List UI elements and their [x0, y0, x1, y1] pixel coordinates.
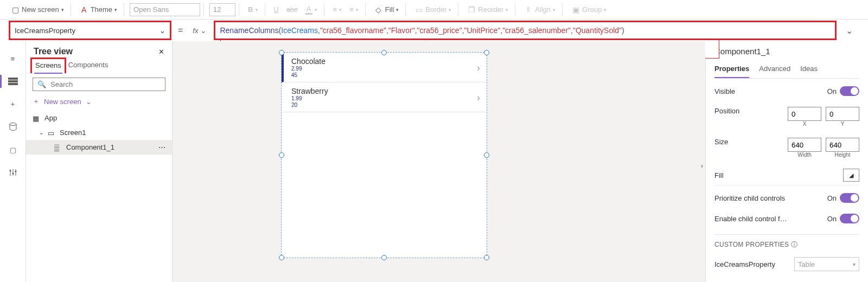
rail-media[interactable]: ▢ — [8, 144, 18, 155]
reorder-button[interactable]: ❐ Reorder▾ — [464, 4, 512, 16]
list-item[interactable]: Strawberry 1.99 20 › — [282, 82, 487, 112]
canvas-chevron-right[interactable]: › — [701, 162, 703, 170]
group-button[interactable]: ▣ Group▾ — [568, 4, 610, 16]
more-icon[interactable]: ⋯ — [158, 143, 165, 151]
rail-insert[interactable]: ＋ — [8, 99, 18, 110]
close-icon[interactable]: ✕ — [158, 48, 164, 56]
properties-panel: Component1_1 Properties Advanced Ideas V… — [705, 41, 868, 282]
tree-view-panel: Tree view ✕ Screens Components 🔍 ＋ New s… — [26, 41, 173, 282]
equals-sign: = — [176, 25, 185, 35]
chevron-down-icon: ⌄ — [39, 130, 43, 136]
svg-point-9 — [15, 171, 16, 172]
price-label: 1.99 — [291, 95, 328, 102]
tab-screens[interactable]: Screens — [30, 57, 66, 73]
tree-search[interactable]: 🔍 — [33, 78, 165, 91]
border-icon: ▭ — [414, 5, 423, 14]
tree-item-screen1[interactable]: ⌄ ▭ Screen1 — [26, 125, 172, 140]
flavor-label: Chocolate — [291, 57, 326, 66]
new-screen-button[interactable]: ▢ New screen▾ — [8, 4, 67, 16]
qty-label: 20 — [291, 102, 328, 108]
text-align-button[interactable]: ≡▾ — [330, 4, 346, 15]
search-input[interactable] — [50, 80, 161, 88]
resize-handle[interactable] — [484, 152, 489, 158]
resize-handle[interactable] — [484, 255, 489, 260]
plus-icon: ＋ — [33, 97, 40, 106]
vertical-align-button[interactable]: ≡▾ — [346, 4, 362, 15]
tab-advanced[interactable]: Advanced — [759, 62, 790, 78]
bold-button[interactable]: B▾ — [245, 4, 261, 15]
resize-handle[interactable] — [279, 152, 284, 158]
font-color-button[interactable]: A▾ — [302, 3, 321, 16]
fx-button[interactable]: fx⌄ — [189, 27, 209, 35]
app-icon: ▦ — [33, 114, 40, 122]
font-size-input[interactable] — [209, 3, 235, 16]
rail-data[interactable] — [8, 121, 18, 132]
position-x-input[interactable] — [788, 107, 821, 121]
rail-settings[interactable] — [8, 167, 18, 178]
screen-icon: ▢ — [11, 5, 20, 14]
canvas[interactable]: Chocolate 2.99 45 › Strawberry 1.99 20 ›… — [173, 41, 705, 282]
border-button[interactable]: ▭ Border▾ — [411, 4, 455, 16]
theme-button[interactable]: A Theme▾ — [76, 4, 120, 16]
align-button[interactable]: ⫴ Align▾ — [521, 4, 559, 16]
qty-label: 45 — [291, 72, 326, 79]
list-item[interactable]: Chocolate 2.99 45 › — [282, 53, 487, 82]
visible-toggle[interactable]: On — [827, 86, 859, 96]
top-toolbar: ▢ New screen▾ A Theme▾ B▾ U abc A▾ ≡▾ ≡▾… — [0, 0, 868, 20]
resize-handle[interactable] — [484, 50, 489, 55]
component-icon: ▒ — [54, 144, 62, 151]
prop-size-label: Size — [714, 138, 728, 146]
svg-point-3 — [10, 123, 16, 126]
tab-components[interactable]: Components — [66, 57, 111, 73]
screen-icon: ▭ — [48, 129, 55, 137]
left-rail: ≡ ＋ ▢ — [0, 41, 26, 282]
formula-input[interactable]: RenameColumns(IceCreams,"cra56_flavornam… — [214, 21, 837, 40]
svg-rect-2 — [8, 83, 18, 85]
font-family-input[interactable] — [130, 3, 200, 16]
position-y-input[interactable] — [826, 107, 859, 121]
rail-hamburger[interactable]: ≡ — [8, 53, 18, 64]
svg-rect-1 — [8, 80, 18, 82]
prop-enable-label: Enable child control f… — [714, 215, 787, 223]
enable-toggle[interactable]: On — [827, 214, 859, 223]
tab-ideas[interactable]: Ideas — [800, 62, 818, 78]
tree-item-component[interactable]: ▒ Component1_1 ⋯ — [26, 140, 172, 155]
custom-prop-type[interactable]: Table▾ — [794, 257, 859, 271]
fill-button[interactable]: ◇ Fill▾ — [371, 4, 403, 16]
resize-handle[interactable] — [279, 50, 284, 55]
flavor-label: Strawberry — [291, 87, 328, 95]
resize-handle[interactable] — [381, 255, 387, 260]
tree-item-app[interactable]: ▦ App — [26, 111, 172, 125]
underline-button[interactable]: U — [271, 4, 282, 15]
rail-tree-view[interactable] — [8, 76, 18, 87]
theme-icon: A — [80, 5, 88, 14]
svg-point-7 — [9, 170, 11, 172]
group-icon: ▣ — [571, 5, 580, 14]
expand-formula-button[interactable]: ⌄ — [841, 25, 857, 36]
strike-button[interactable]: abc — [283, 4, 301, 15]
width-input[interactable] — [788, 138, 821, 152]
property-dropdown[interactable]: IceCreamsProperty ⌄ — [9, 21, 171, 40]
chevron-down-icon: ⌄ — [86, 98, 92, 106]
selected-component[interactable]: Chocolate 2.99 45 › Strawberry 1.99 20 › — [281, 52, 487, 258]
custom-properties-header: CUSTOM PROPERTIES ⓘ — [714, 234, 859, 249]
prop-fill-label: Fill — [714, 171, 724, 180]
height-input[interactable] — [826, 138, 859, 152]
chevron-down-icon: ▾ — [61, 7, 64, 12]
prop-prioritize-label: Prioritize child controls — [714, 194, 785, 202]
tab-properties[interactable]: Properties — [714, 62, 749, 78]
chevron-down-icon: ⌄ — [159, 27, 165, 35]
chevron-right-icon: › — [477, 62, 480, 74]
price-label: 2.99 — [291, 66, 326, 72]
tree-view-title: Tree view — [34, 47, 73, 56]
resize-handle[interactable] — [381, 50, 387, 55]
prop-position-label: Position — [714, 107, 739, 115]
info-icon[interactable]: ⓘ — [791, 241, 797, 248]
new-screen-link[interactable]: ＋ New screen ⌄ — [33, 97, 165, 106]
reorder-icon: ❐ — [467, 5, 476, 14]
resize-handle[interactable] — [279, 255, 284, 260]
search-icon: 🔍 — [37, 80, 46, 88]
selected-name: Component1_1 — [714, 47, 859, 56]
prioritize-toggle[interactable]: On — [827, 193, 859, 203]
fill-swatch[interactable]: ◢ — [843, 169, 859, 182]
